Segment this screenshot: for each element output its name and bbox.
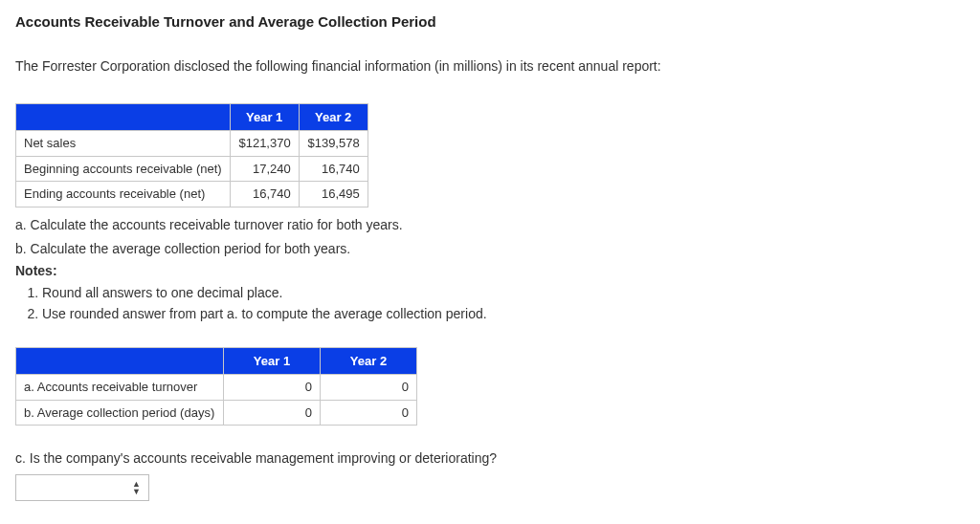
answer-input-a-y2[interactable]: 0 — [321, 375, 417, 401]
header-year1: Year 1 — [224, 347, 321, 375]
answer-table: Year 1 Year 2 a. Accounts receivable tur… — [15, 347, 417, 426]
chevron-up-down-icon: ▲▼ — [132, 480, 141, 495]
table-row: a. Accounts receivable turnover 0 0 — [16, 375, 417, 401]
table-header-row: Year 1 Year 2 — [16, 347, 417, 375]
answer-input-b-y2[interactable]: 0 — [321, 400, 417, 426]
header-year2: Year 2 — [299, 103, 368, 131]
answer-input-a-y1[interactable]: 0 — [224, 375, 321, 401]
row-label: Beginning accounts receivable (net) — [16, 156, 231, 182]
notes-label: Notes: — [15, 261, 965, 281]
page-title: Accounts Receivable Turnover and Average… — [15, 11, 965, 33]
answer-input-b-y1[interactable]: 0 — [224, 400, 321, 426]
question-a: a. Calculate the accounts receivable tur… — [15, 215, 965, 235]
header-year2: Year 2 — [321, 347, 417, 375]
table-row: Beginning accounts receivable (net) 17,2… — [16, 156, 368, 182]
intro-text: The Forrester Corporation disclosed the … — [15, 56, 965, 76]
row-label: Net sales — [16, 131, 231, 157]
notes-list: Round all answers to one decimal place. … — [15, 283, 965, 324]
note-item: Use rounded answer from part a. to compu… — [42, 304, 965, 324]
cell-value: 17,240 — [230, 156, 299, 182]
question-c: c. Is the company's accounts receivable … — [15, 448, 965, 469]
header-blank — [16, 347, 224, 375]
row-label: b. Average collection period (days) — [16, 400, 224, 426]
table-header-row: Year 1 Year 2 — [16, 103, 368, 131]
question-b: b. Calculate the average collection peri… — [15, 239, 965, 259]
header-blank — [16, 103, 231, 131]
part-c-dropdown[interactable]: ▲▼ — [15, 474, 149, 501]
cell-value: $139,578 — [299, 131, 368, 157]
financial-data-table: Year 1 Year 2 Net sales $121,370 $139,57… — [15, 103, 368, 207]
header-year1: Year 1 — [230, 103, 299, 131]
note-item: Round all answers to one decimal place. — [42, 283, 965, 303]
cell-value: $121,370 — [230, 131, 299, 157]
table-row: Net sales $121,370 $139,578 — [16, 131, 368, 157]
cell-value: 16,495 — [299, 182, 368, 207]
table-row: b. Average collection period (days) 0 0 — [16, 400, 417, 426]
cell-value: 16,740 — [230, 182, 299, 207]
row-label: a. Accounts receivable turnover — [16, 375, 224, 401]
table-row: Ending accounts receivable (net) 16,740 … — [16, 182, 368, 207]
row-label: Ending accounts receivable (net) — [16, 182, 231, 207]
cell-value: 16,740 — [299, 156, 368, 182]
